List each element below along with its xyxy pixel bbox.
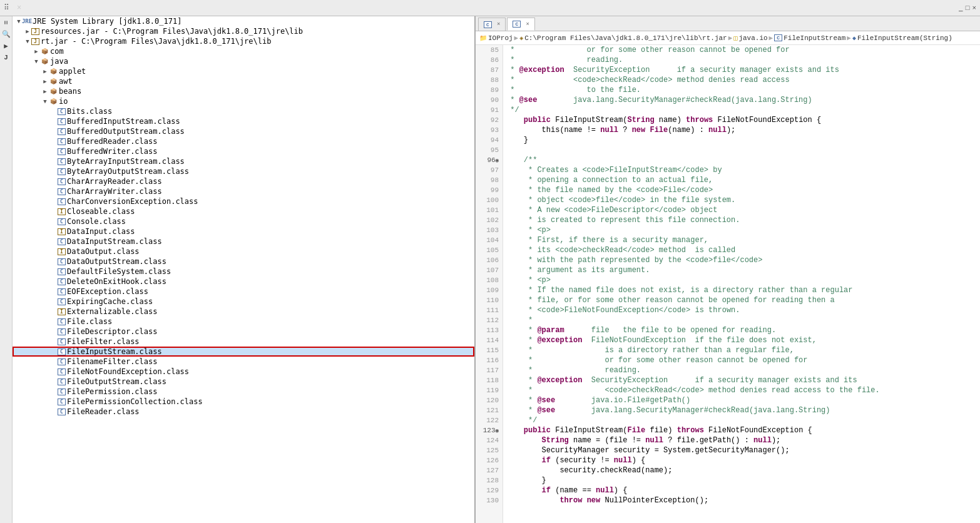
tree-item-CharArrayReader[interactable]: CCharArrayReader.class: [13, 176, 474, 186]
breadcrumb-class[interactable]: C FileInputStream: [774, 34, 845, 42]
tree-item-DataOutputStream[interactable]: CDataOutputStream.class: [13, 256, 474, 267]
close-panel-icon[interactable]: ×: [972, 4, 976, 12]
package-icon: ◫: [733, 34, 737, 42]
code-line-128: }: [506, 475, 977, 485]
line-number-106: 106: [478, 255, 499, 265]
tree-item-FileReader[interactable]: CFileReader.class: [13, 407, 474, 417]
sidebar-j-icon[interactable]: J: [4, 54, 8, 61]
tree-label-Closeable: Closeable.class: [67, 207, 135, 216]
tree-item-FilePermission[interactable]: CFilePermission.class: [13, 387, 474, 397]
tree-item-DefaultFileSystem[interactable]: CDefaultFileSystem.class: [13, 267, 474, 277]
tree-label-DataOutputStream: DataOutputStream.class: [67, 257, 166, 266]
tree-toggle-resources[interactable]: ▶: [24, 28, 31, 34]
tree-toggle-awt[interactable]: ▶: [41, 78, 49, 84]
tree-item-File[interactable]: CFile.class: [13, 317, 474, 327]
tree-item-DataInputStream[interactable]: CDataInputStream.class: [13, 236, 474, 246]
tree-toggle-applet[interactable]: ▶: [41, 68, 49, 74]
tree-item-BufferedWriter[interactable]: CBufferedWriter.class: [13, 146, 474, 156]
sidebar-packages-icon[interactable]: ≡: [2, 21, 9, 25]
tree-item-FilePermissionCollection[interactable]: CFilePermissionCollection.class: [13, 397, 474, 407]
tree-label-BufferedOutputStream: BufferedOutputStream.class: [67, 127, 185, 136]
line-number-123[interactable]: 123◉: [478, 425, 499, 435]
code-line-114: * @exception FileNotFoundException if th…: [506, 335, 977, 345]
code-line-124: String name = (file != null ? file.getPa…: [506, 435, 977, 445]
code-line-100: * object <code>file</code> in the file s…: [506, 195, 977, 205]
code-line-120: * @see java.io.File#getPath(): [506, 395, 977, 405]
line-number-119: 119: [478, 385, 499, 395]
tree-label-BufferedReader: BufferedReader.class: [67, 137, 158, 146]
tree-item-applet[interactable]: ▶📦applet: [13, 66, 474, 76]
tree-label-FileDescriptor: FileDescriptor.class: [67, 327, 158, 336]
tree-item-java[interactable]: ▼📦java: [13, 56, 474, 66]
breadcrumb-method[interactable]: ◆ FileInputStream(String): [852, 34, 952, 42]
line-number-96[interactable]: 96◉: [478, 155, 499, 165]
code-line-122: */: [506, 415, 977, 425]
code-line-125: SecurityManager security = System.getSec…: [506, 445, 977, 455]
tree-item-jre[interactable]: ▼JREJRE System Library [jdk1.8.0_171]: [13, 16, 474, 26]
tree-item-FilenameFilter[interactable]: CFilenameFilter.class: [13, 357, 474, 367]
code-line-90: * @see java.lang.SecurityManager#checkRe…: [506, 95, 977, 105]
tree-item-FileFilter[interactable]: CFileFilter.class: [13, 337, 474, 347]
tree-item-awt[interactable]: ▶📦awt: [13, 76, 474, 86]
tree-item-BufferedInputStream[interactable]: CBufferedInputStream.class: [13, 116, 474, 126]
breadcrumb-package[interactable]: ◫ java.io: [733, 34, 767, 42]
tree-item-ByteArrayOutputStream[interactable]: CByteArrayOutputStream.class: [13, 166, 474, 176]
tree-item-Externalizable[interactable]: IExternalizable.class: [13, 307, 474, 317]
tree-item-ByteArrayInputStream[interactable]: CByteArrayInputStream.class: [13, 156, 474, 166]
line-number-128: 128: [478, 475, 499, 485]
tree-item-FileDescriptor[interactable]: CFileDescriptor.class: [13, 327, 474, 337]
sidebar-search-icon[interactable]: 🔍: [2, 30, 11, 38]
line-number-108: 108: [478, 275, 499, 285]
tree-label-BufferedWriter: BufferedWriter.class: [67, 147, 158, 156]
tree-toggle-com[interactable]: ▶: [33, 48, 40, 54]
tree-item-ExpiringCache[interactable]: CExpiringCache.class: [13, 297, 474, 307]
code-line-104: * First, if there is a security manager,: [506, 235, 977, 245]
code-line-119: * <code>checkRead</code> method denies r…: [506, 385, 977, 395]
tree-label-beans: beans: [59, 87, 81, 96]
code-content: * or for some other reason cannot be ope…: [503, 45, 980, 523]
tree-item-CharConversionException[interactable]: CCharConversionException.class: [13, 196, 474, 206]
tree-toggle-rtjar[interactable]: ▼: [24, 38, 31, 44]
tree-toggle-java[interactable]: ▼: [33, 58, 40, 64]
tree-item-EOFException[interactable]: CEOFException.class: [13, 287, 474, 297]
maximize-icon[interactable]: □: [966, 4, 970, 12]
tree-label-com: com: [50, 47, 64, 56]
tree-item-DataOutput[interactable]: IDataOutput.class: [13, 246, 474, 256]
tree-item-FileInputStream[interactable]: CFileInputStream.class: [13, 347, 474, 357]
filter-stream-tab-close[interactable]: ×: [497, 21, 500, 28]
sidebar-run-icon[interactable]: ▶: [4, 42, 8, 50]
file-input-tab-close[interactable]: ×: [526, 21, 529, 28]
tab-file-input-stream[interactable]: C ×: [507, 18, 534, 31]
tree-item-FileOutputStream[interactable]: CFileOutputStream.class: [13, 377, 474, 387]
proj-icon: 📁: [479, 34, 487, 42]
tab-filter-output-stream[interactable]: C ×: [478, 18, 506, 31]
line-number-110: 110: [478, 295, 499, 305]
tree-item-beans[interactable]: ▶📦beans: [13, 86, 474, 96]
breadcrumb-jar[interactable]: ◈ C:\Program Files\Java\jdk1.8.0_171\jre…: [519, 34, 727, 42]
minimize-icon[interactable]: ⎯: [959, 4, 963, 12]
tree-item-CharArrayWriter[interactable]: CCharArrayWriter.class: [13, 186, 474, 196]
tree-toggle-io[interactable]: ▼: [41, 98, 49, 104]
line-number-116: 116: [478, 355, 499, 365]
tree-label-DataOutput: DataOutput.class: [67, 247, 140, 256]
breadcrumb-sep-1: ▶: [514, 34, 519, 42]
code-line-89: * to the file.: [506, 85, 977, 95]
tree-item-Closeable[interactable]: ICloseable.class: [13, 206, 474, 216]
line-number-88: 88: [478, 75, 499, 85]
tree-label-EOFException: EOFException.class: [67, 287, 148, 296]
code-line-92: public FileInputStream(String name) thro…: [506, 115, 977, 125]
tree-item-rtjar[interactable]: ▼Jrt.jar - C:\Program Files\Java\jdk1.8.…: [13, 36, 474, 46]
tree-item-io[interactable]: ▼📦io: [13, 96, 474, 106]
tree-item-BufferedOutputStream[interactable]: CBufferedOutputStream.class: [13, 126, 474, 136]
tree-item-com[interactable]: ▶📦com: [13, 46, 474, 56]
tree-item-Console[interactable]: CConsole.class: [13, 216, 474, 226]
tree-item-resources[interactable]: ▶Jresources.jar - C:\Program Files\Java\…: [13, 26, 474, 36]
tree-toggle-beans[interactable]: ▶: [41, 88, 49, 94]
tree-item-DataInput[interactable]: IDataInput.class: [13, 226, 474, 236]
tree-item-DeleteOnExitHook[interactable]: CDeleteOnExitHook.class: [13, 277, 474, 287]
breadcrumb-ioProj[interactable]: 📁 IOProj: [479, 34, 513, 42]
tree-item-FileNotFoundException[interactable]: CFileNotFoundException.class: [13, 367, 474, 377]
tree-label-DataInputStream: DataInputStream.class: [67, 237, 162, 246]
tree-item-Bits[interactable]: CBits.class: [13, 106, 474, 116]
tree-item-BufferedReader[interactable]: CBufferedReader.class: [13, 136, 474, 146]
